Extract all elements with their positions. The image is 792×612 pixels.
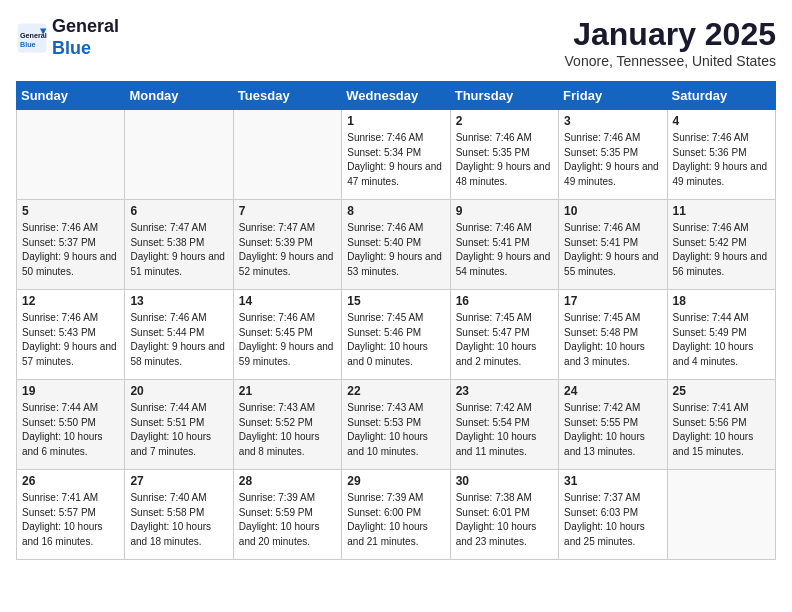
calendar-day: 21Sunrise: 7:43 AM Sunset: 5:52 PM Dayli…	[233, 380, 341, 470]
day-info: Sunrise: 7:46 AM Sunset: 5:34 PM Dayligh…	[347, 131, 444, 189]
calendar-day: 17Sunrise: 7:45 AM Sunset: 5:48 PM Dayli…	[559, 290, 667, 380]
day-info: Sunrise: 7:46 AM Sunset: 5:43 PM Dayligh…	[22, 311, 119, 369]
day-info: Sunrise: 7:39 AM Sunset: 5:59 PM Dayligh…	[239, 491, 336, 549]
day-info: Sunrise: 7:44 AM Sunset: 5:51 PM Dayligh…	[130, 401, 227, 459]
day-number: 3	[564, 114, 661, 128]
calendar-day: 16Sunrise: 7:45 AM Sunset: 5:47 PM Dayli…	[450, 290, 558, 380]
calendar-day: 27Sunrise: 7:40 AM Sunset: 5:58 PM Dayli…	[125, 470, 233, 560]
day-number: 29	[347, 474, 444, 488]
calendar-day: 13Sunrise: 7:46 AM Sunset: 5:44 PM Dayli…	[125, 290, 233, 380]
day-info: Sunrise: 7:46 AM Sunset: 5:36 PM Dayligh…	[673, 131, 770, 189]
calendar-day: 11Sunrise: 7:46 AM Sunset: 5:42 PM Dayli…	[667, 200, 775, 290]
title-block: January 2025 Vonore, Tennessee, United S…	[565, 16, 776, 69]
weekday-header-saturday: Saturday	[667, 82, 775, 110]
day-number: 12	[22, 294, 119, 308]
day-number: 30	[456, 474, 553, 488]
calendar-week-4: 19Sunrise: 7:44 AM Sunset: 5:50 PM Dayli…	[17, 380, 776, 470]
calendar-week-1: 1Sunrise: 7:46 AM Sunset: 5:34 PM Daylig…	[17, 110, 776, 200]
calendar-day: 20Sunrise: 7:44 AM Sunset: 5:51 PM Dayli…	[125, 380, 233, 470]
day-info: Sunrise: 7:46 AM Sunset: 5:35 PM Dayligh…	[456, 131, 553, 189]
calendar-day: 29Sunrise: 7:39 AM Sunset: 6:00 PM Dayli…	[342, 470, 450, 560]
day-info: Sunrise: 7:40 AM Sunset: 5:58 PM Dayligh…	[130, 491, 227, 549]
day-info: Sunrise: 7:41 AM Sunset: 5:56 PM Dayligh…	[673, 401, 770, 459]
day-info: Sunrise: 7:37 AM Sunset: 6:03 PM Dayligh…	[564, 491, 661, 549]
day-number: 10	[564, 204, 661, 218]
day-number: 19	[22, 384, 119, 398]
month-title: January 2025	[565, 16, 776, 53]
day-number: 21	[239, 384, 336, 398]
day-info: Sunrise: 7:47 AM Sunset: 5:39 PM Dayligh…	[239, 221, 336, 279]
day-number: 20	[130, 384, 227, 398]
calendar-day: 4Sunrise: 7:46 AM Sunset: 5:36 PM Daylig…	[667, 110, 775, 200]
day-info: Sunrise: 7:46 AM Sunset: 5:44 PM Dayligh…	[130, 311, 227, 369]
logo-blue: Blue	[52, 38, 119, 60]
calendar-day	[667, 470, 775, 560]
weekday-header-wednesday: Wednesday	[342, 82, 450, 110]
day-number: 8	[347, 204, 444, 218]
day-info: Sunrise: 7:46 AM Sunset: 5:40 PM Dayligh…	[347, 221, 444, 279]
calendar-table: SundayMondayTuesdayWednesdayThursdayFrid…	[16, 81, 776, 560]
day-info: Sunrise: 7:46 AM Sunset: 5:41 PM Dayligh…	[456, 221, 553, 279]
day-info: Sunrise: 7:46 AM Sunset: 5:42 PM Dayligh…	[673, 221, 770, 279]
calendar-day: 12Sunrise: 7:46 AM Sunset: 5:43 PM Dayli…	[17, 290, 125, 380]
day-number: 15	[347, 294, 444, 308]
day-info: Sunrise: 7:46 AM Sunset: 5:35 PM Dayligh…	[564, 131, 661, 189]
day-info: Sunrise: 7:44 AM Sunset: 5:49 PM Dayligh…	[673, 311, 770, 369]
weekday-header-thursday: Thursday	[450, 82, 558, 110]
day-number: 31	[564, 474, 661, 488]
calendar-day: 22Sunrise: 7:43 AM Sunset: 5:53 PM Dayli…	[342, 380, 450, 470]
day-number: 24	[564, 384, 661, 398]
calendar-day: 2Sunrise: 7:46 AM Sunset: 5:35 PM Daylig…	[450, 110, 558, 200]
calendar-day: 24Sunrise: 7:42 AM Sunset: 5:55 PM Dayli…	[559, 380, 667, 470]
day-number: 26	[22, 474, 119, 488]
calendar-day: 19Sunrise: 7:44 AM Sunset: 5:50 PM Dayli…	[17, 380, 125, 470]
calendar-day: 14Sunrise: 7:46 AM Sunset: 5:45 PM Dayli…	[233, 290, 341, 380]
weekday-header-friday: Friday	[559, 82, 667, 110]
calendar-day: 31Sunrise: 7:37 AM Sunset: 6:03 PM Dayli…	[559, 470, 667, 560]
day-number: 27	[130, 474, 227, 488]
day-info: Sunrise: 7:47 AM Sunset: 5:38 PM Dayligh…	[130, 221, 227, 279]
calendar-day: 18Sunrise: 7:44 AM Sunset: 5:49 PM Dayli…	[667, 290, 775, 380]
day-info: Sunrise: 7:46 AM Sunset: 5:41 PM Dayligh…	[564, 221, 661, 279]
calendar-day	[125, 110, 233, 200]
calendar-day: 1Sunrise: 7:46 AM Sunset: 5:34 PM Daylig…	[342, 110, 450, 200]
day-info: Sunrise: 7:44 AM Sunset: 5:50 PM Dayligh…	[22, 401, 119, 459]
calendar-day: 30Sunrise: 7:38 AM Sunset: 6:01 PM Dayli…	[450, 470, 558, 560]
day-number: 13	[130, 294, 227, 308]
day-number: 5	[22, 204, 119, 218]
day-info: Sunrise: 7:42 AM Sunset: 5:54 PM Dayligh…	[456, 401, 553, 459]
day-info: Sunrise: 7:39 AM Sunset: 6:00 PM Dayligh…	[347, 491, 444, 549]
logo: General Blue General Blue	[16, 16, 119, 59]
calendar-day: 8Sunrise: 7:46 AM Sunset: 5:40 PM Daylig…	[342, 200, 450, 290]
day-info: Sunrise: 7:38 AM Sunset: 6:01 PM Dayligh…	[456, 491, 553, 549]
calendar-day: 15Sunrise: 7:45 AM Sunset: 5:46 PM Dayli…	[342, 290, 450, 380]
calendar-day: 5Sunrise: 7:46 AM Sunset: 5:37 PM Daylig…	[17, 200, 125, 290]
calendar-day: 7Sunrise: 7:47 AM Sunset: 5:39 PM Daylig…	[233, 200, 341, 290]
calendar-day: 23Sunrise: 7:42 AM Sunset: 5:54 PM Dayli…	[450, 380, 558, 470]
calendar-day: 3Sunrise: 7:46 AM Sunset: 5:35 PM Daylig…	[559, 110, 667, 200]
calendar-week-5: 26Sunrise: 7:41 AM Sunset: 5:57 PM Dayli…	[17, 470, 776, 560]
logo-icon: General Blue	[16, 22, 48, 54]
day-info: Sunrise: 7:43 AM Sunset: 5:53 PM Dayligh…	[347, 401, 444, 459]
weekday-header-monday: Monday	[125, 82, 233, 110]
day-number: 16	[456, 294, 553, 308]
day-info: Sunrise: 7:46 AM Sunset: 5:45 PM Dayligh…	[239, 311, 336, 369]
calendar-week-2: 5Sunrise: 7:46 AM Sunset: 5:37 PM Daylig…	[17, 200, 776, 290]
day-number: 17	[564, 294, 661, 308]
location-subtitle: Vonore, Tennessee, United States	[565, 53, 776, 69]
calendar-day: 25Sunrise: 7:41 AM Sunset: 5:56 PM Dayli…	[667, 380, 775, 470]
calendar-header-row: SundayMondayTuesdayWednesdayThursdayFrid…	[17, 82, 776, 110]
calendar-day: 10Sunrise: 7:46 AM Sunset: 5:41 PM Dayli…	[559, 200, 667, 290]
weekday-header-tuesday: Tuesday	[233, 82, 341, 110]
day-number: 11	[673, 204, 770, 218]
calendar-day: 28Sunrise: 7:39 AM Sunset: 5:59 PM Dayli…	[233, 470, 341, 560]
svg-text:Blue: Blue	[20, 39, 36, 48]
day-number: 2	[456, 114, 553, 128]
day-info: Sunrise: 7:42 AM Sunset: 5:55 PM Dayligh…	[564, 401, 661, 459]
calendar-day: 9Sunrise: 7:46 AM Sunset: 5:41 PM Daylig…	[450, 200, 558, 290]
day-number: 28	[239, 474, 336, 488]
day-number: 25	[673, 384, 770, 398]
day-number: 4	[673, 114, 770, 128]
day-info: Sunrise: 7:43 AM Sunset: 5:52 PM Dayligh…	[239, 401, 336, 459]
day-number: 23	[456, 384, 553, 398]
